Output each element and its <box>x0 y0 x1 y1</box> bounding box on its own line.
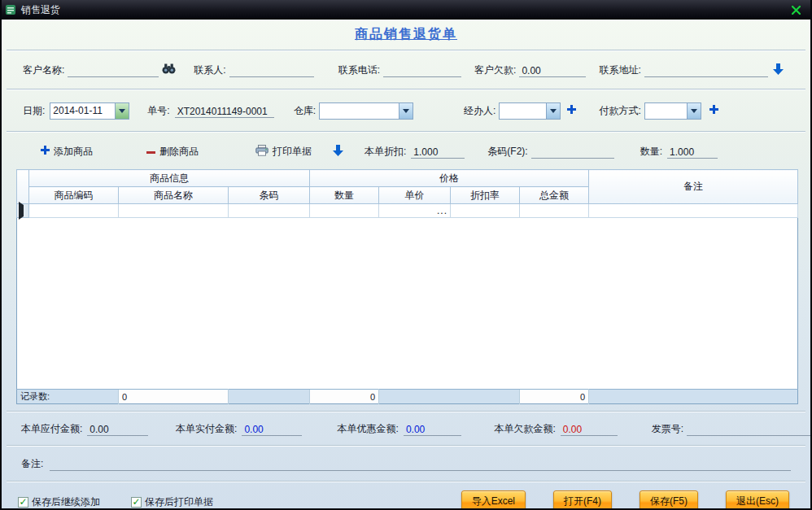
chevron-down-icon <box>115 103 129 119</box>
group-header-price: 价格 <box>310 170 589 187</box>
grid-empty-area <box>17 218 798 390</box>
payment-value <box>645 103 687 119</box>
summary-row: 本单应付金额: 0.00 本单实付金额: 0.00 本单优惠金额: 0.00 本… <box>2 415 810 442</box>
divider <box>7 481 805 482</box>
grid-data-row[interactable]: ... <box>17 204 798 218</box>
col-header-product-name[interactable]: 商品名称 <box>119 187 229 204</box>
cell-product-name[interactable] <box>119 204 229 218</box>
remark-label: 备注: <box>21 457 43 471</box>
col-header-total-amount[interactable]: 总金额 <box>520 187 589 204</box>
add-item-label: 添加商品 <box>54 145 93 159</box>
items-grid: 商品信息 价格 备注 商品编码 商品名称 条码 数量 单价 折扣率 总金额 <box>16 169 796 404</box>
quantity-field[interactable]: 1.000 <box>667 145 718 159</box>
order-number-label: 单号: <box>147 104 169 118</box>
plus-icon <box>41 146 50 157</box>
minus-icon <box>146 146 155 157</box>
payment-select[interactable] <box>644 102 701 120</box>
current-row-indicator-cell <box>17 204 29 218</box>
remark-input[interactable] <box>50 456 791 471</box>
col-header-unit-price[interactable]: 单价 <box>379 187 451 204</box>
cell-barcode[interactable] <box>229 204 310 218</box>
form-body: 商品销售退货单 客户名称: 联系人: 联系电话: 客户欠款: 0.00 联系地址… <box>2 20 810 508</box>
cell-quantity[interactable] <box>310 204 379 218</box>
add-agent-icon[interactable] <box>567 105 576 116</box>
phone-label: 联系电话: <box>338 63 380 77</box>
contact-input[interactable] <box>229 63 314 77</box>
add-item-button[interactable]: 添加商品 <box>41 145 93 159</box>
delete-item-button[interactable]: 删除商品 <box>146 145 199 159</box>
footer-spacer <box>451 390 520 404</box>
import-excel-button[interactable]: 导入Excel <box>461 490 526 508</box>
paid-field[interactable]: 0.00 <box>242 422 301 436</box>
open-button[interactable]: 打开(F4) <box>553 490 612 508</box>
invoice-label: 发票号: <box>652 422 683 436</box>
payable-label: 本单应付金额: <box>21 422 82 436</box>
record-count-label: 记录数: <box>17 390 119 404</box>
cell-discount-rate[interactable] <box>451 204 520 218</box>
quantity-total-value: 0 <box>310 390 379 404</box>
customer-debt-field: 0.00 <box>519 63 586 77</box>
quantity-label: 数量: <box>640 145 662 159</box>
print-receipt-button[interactable]: 打印单据 <box>255 145 312 159</box>
footer-spacer <box>229 390 310 404</box>
col-header-discount-rate[interactable]: 折扣率 <box>451 187 520 204</box>
footer-spacer <box>379 390 451 404</box>
divider <box>7 445 805 447</box>
group-header-remark: 备注 <box>589 170 798 204</box>
warehouse-select[interactable] <box>319 102 413 120</box>
add-payment-icon[interactable] <box>709 105 718 116</box>
grid-footer-row: 记录数: 0 0 0 <box>17 390 798 404</box>
barcode-input[interactable] <box>531 144 614 159</box>
date-select[interactable]: 2014-01-11 <box>50 102 129 120</box>
exit-button[interactable]: 退出(Esc) <box>726 490 789 508</box>
order-number-field: XT2014011149-0001 <box>175 104 274 118</box>
print-options-arrow-icon[interactable] <box>333 145 343 159</box>
arrears-field: 0.00 <box>561 422 618 436</box>
current-row-indicator-icon <box>19 202 24 220</box>
save-print-checkbox[interactable]: ✓ 保存后打印单据 <box>131 495 213 509</box>
address-input[interactable] <box>644 63 768 77</box>
remark-row: 备注: <box>2 449 810 478</box>
date-label: 日期: <box>23 104 45 118</box>
cell-unit-price[interactable]: ... <box>379 204 451 218</box>
cell-product-code[interactable] <box>29 204 119 218</box>
preferential-field[interactable]: 0.00 <box>404 422 462 436</box>
chevron-down-icon <box>546 103 560 119</box>
discount-label: 本单折扣: <box>365 145 406 159</box>
address-expand-arrow-icon[interactable] <box>773 63 784 77</box>
grid-group-header-row: 商品信息 价格 备注 <box>17 170 798 187</box>
discount-field[interactable]: 1.000 <box>411 145 465 159</box>
paid-label: 本单实付金额: <box>176 422 237 436</box>
customer-debt-label: 客户欠款: <box>474 63 516 77</box>
col-header-quantity[interactable]: 数量 <box>310 187 379 204</box>
sales-return-window: 销售退货 商品销售退货单 客户名称: 联系人: 联系电话: 客户欠款: 0.00… <box>0 0 812 510</box>
save-button[interactable]: 保存(F5) <box>640 490 698 508</box>
cell-remark[interactable] <box>589 204 798 218</box>
phone-input[interactable] <box>383 63 461 77</box>
barcode-label: 条码(F2): <box>487 145 527 159</box>
form-title-row: 商品销售退货单 <box>2 20 810 47</box>
grid-toolbar: 添加商品 删除商品 打印单据 本单折扣: 1.000 条码(F2): 数量: 1… <box>2 135 810 168</box>
cell-total-amount[interactable] <box>520 204 589 218</box>
invoice-input[interactable] <box>687 421 810 436</box>
action-buttons: 导入Excel 打开(F4) 保存(F5) 退出(Esc) <box>461 490 789 508</box>
divider <box>7 411 805 412</box>
agent-select[interactable] <box>499 102 561 120</box>
close-button[interactable] <box>788 3 804 17</box>
save-continue-checkbox[interactable]: ✓ 保存后继续添加 <box>18 495 100 509</box>
title-bar[interactable]: 销售退货 <box>2 0 810 20</box>
amount-total-value: 0 <box>520 390 589 404</box>
row-selector-header <box>17 170 29 204</box>
customer-name-input[interactable] <box>68 63 159 77</box>
record-count-value: 0 <box>119 390 229 404</box>
date-value: 2014-01-11 <box>50 103 115 119</box>
col-header-product-code[interactable]: 商品编码 <box>29 187 119 204</box>
address-label: 联系地址: <box>599 63 640 77</box>
save-print-label: 保存后打印单据 <box>145 495 213 509</box>
col-header-barcode[interactable]: 条码 <box>229 187 310 204</box>
cell-more-button[interactable]: ... <box>437 207 447 215</box>
payable-field: 0.00 <box>87 422 148 436</box>
binoculars-search-icon[interactable] <box>162 63 176 76</box>
chevron-down-icon <box>687 103 701 119</box>
group-header-product: 商品信息 <box>29 170 310 187</box>
